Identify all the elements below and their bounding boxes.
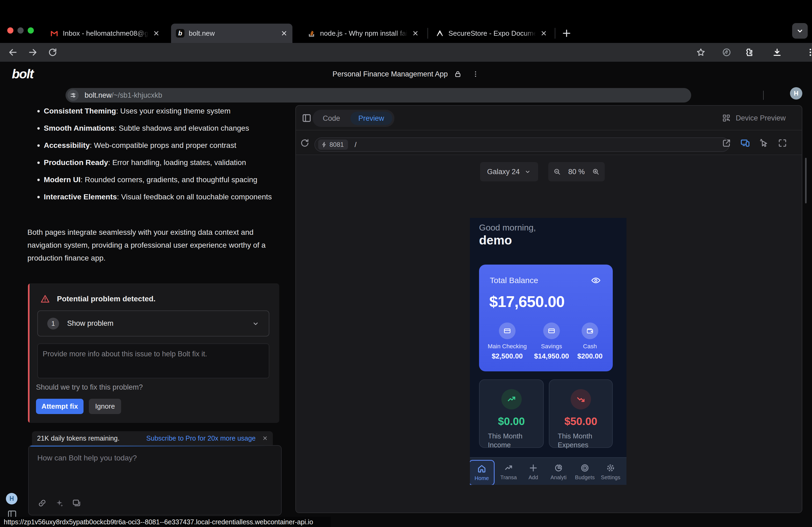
port-badge[interactable]: 8081 — [318, 139, 348, 150]
device-toggle-icon[interactable] — [740, 138, 750, 148]
expenses-amount: $50.00 — [549, 416, 612, 427]
tab-bolt[interactable]: b bolt.new — [171, 24, 292, 43]
page-scrollbar[interactable] — [805, 158, 807, 204]
zoom-in-icon[interactable] — [592, 168, 600, 176]
user-avatar[interactable]: H — [6, 493, 17, 505]
device-preview-button[interactable]: Device Preview — [722, 106, 786, 131]
discussion-mode-icon[interactable] — [72, 498, 81, 508]
reload-icon[interactable] — [48, 47, 57, 57]
tab-search-button[interactable] — [792, 23, 808, 39]
show-problem-dropdown[interactable]: 1 Show problem — [37, 311, 269, 336]
account-name: Main Checking — [484, 343, 530, 350]
nav-transactions[interactable]: Transa — [496, 460, 521, 481]
income-amount: $0.00 — [480, 416, 543, 427]
attempt-fix-button[interactable]: Attempt fix — [36, 399, 84, 414]
account-cash[interactable]: Cash $200.00 — [567, 322, 613, 360]
error-accent-bar — [28, 283, 30, 423]
nav-analytics[interactable]: Analyti — [546, 460, 571, 481]
profile-avatar[interactable]: H — [790, 87, 802, 100]
browser-menu-icon[interactable] — [806, 47, 812, 57]
tokens-remaining-text: 21K daily tokens remaining. — [37, 434, 119, 442]
token-usage-bar: 21K daily tokens remaining. Subscribe to… — [32, 431, 273, 445]
nav-label: Budgets — [572, 475, 598, 481]
subscribe-pro-link[interactable]: Subscribe to Pro for 20x more usage — [146, 434, 256, 442]
total-balance-card: Total Balance $17,650.00 Main Checking $… — [479, 265, 613, 371]
preview-panel: Code Preview Device Preview 8081 / — [295, 105, 802, 513]
list-item: Smooth Animations: Subtle shadows and el… — [28, 122, 286, 135]
dismiss-token-banner-icon[interactable] — [262, 435, 268, 441]
refresh-preview-icon[interactable] — [300, 138, 310, 148]
inspector-cursor-icon[interactable] — [759, 138, 769, 148]
zoom-out-icon[interactable] — [553, 168, 561, 176]
address-bar[interactable]: bolt.new/~/sb1-khjucxkb — [66, 88, 691, 103]
trend-up-icon — [501, 389, 522, 409]
ignore-button[interactable]: Ignore — [89, 399, 121, 414]
close-window-button[interactable] — [7, 27, 13, 33]
adblocker-icon[interactable] — [722, 47, 731, 57]
new-tab-button[interactable] — [560, 27, 573, 40]
close-tab-icon[interactable] — [412, 30, 419, 37]
gradient-accent-line — [29, 446, 281, 447]
problem-detected-card: Potential problem detected. 1 Show probl… — [28, 283, 279, 423]
nav-settings[interactable]: Settings — [598, 460, 624, 481]
downloads-icon[interactable] — [772, 47, 782, 57]
close-tab-icon[interactable] — [280, 30, 288, 37]
assistant-paragraph: Both pages integrate seamlessly with you… — [27, 226, 282, 265]
zoom-control: 80 % — [548, 162, 605, 181]
problem-info-input[interactable] — [37, 344, 269, 378]
greeting-text: Good morning, — [479, 223, 536, 232]
preview-canvas: Galaxy 24 80 % Good morning, demo Total … — [296, 155, 802, 513]
tab-code[interactable]: Code — [315, 114, 348, 123]
preview-address-bar[interactable]: 8081 / — [315, 137, 729, 152]
nav-home[interactable]: Home — [470, 460, 495, 485]
feature-bullet-list: Consistent Theming: Uses your existing t… — [28, 105, 286, 208]
open-in-new-tab-icon[interactable] — [722, 138, 731, 148]
list-item: Production Ready: Error handling, loadin… — [28, 156, 286, 169]
attach-link-icon[interactable] — [37, 498, 47, 508]
chat-input-box[interactable] — [28, 445, 282, 515]
balance-amount: $17,650.00 — [489, 292, 564, 311]
back-icon[interactable] — [8, 47, 18, 57]
close-tab-icon[interactable] — [540, 30, 547, 37]
close-tab-icon[interactable] — [153, 30, 160, 37]
fix-question: Should we try to fix this problem? — [36, 383, 143, 391]
url-domain: bolt.new — [85, 91, 112, 99]
chat-message-input[interactable] — [29, 447, 281, 490]
trend-down-icon — [570, 389, 591, 409]
list-item: Modern UI: Rounded corners, gradients, a… — [28, 174, 286, 186]
zoom-level: 80 % — [568, 168, 585, 176]
username-text: demo — [479, 233, 512, 247]
account-amount: $200.00 — [567, 352, 613, 360]
site-settings-icon[interactable] — [68, 90, 79, 101]
nav-add[interactable]: Add — [520, 460, 546, 481]
account-main-checking[interactable]: Main Checking $2,500.00 — [484, 322, 530, 360]
list-item: Consistent Theming: Uses your existing t… — [28, 105, 286, 118]
preview-url-row: 8081 / — [296, 131, 802, 155]
url-path: /~/sb1-khjucxkb — [112, 91, 162, 99]
list-item: Accessibility: Web-compatible props and … — [28, 139, 286, 152]
nav-label: Analyti — [546, 475, 571, 481]
project-menu-icon[interactable] — [472, 70, 480, 78]
bookmark-star-icon[interactable] — [696, 47, 706, 57]
forward-icon[interactable] — [28, 47, 38, 57]
nav-budgets[interactable]: Budgets — [572, 460, 598, 481]
enhance-prompt-sparkle-icon[interactable] — [55, 498, 64, 508]
bolt-header: bolt Personal Finance Management App Int… — [0, 62, 812, 86]
tab-title: SecureStore - Expo Documen — [448, 29, 536, 37]
chevron-down-icon — [251, 320, 260, 328]
tab-gmail[interactable]: Inbox - hellomatchme08@gm — [45, 24, 164, 43]
problem-title: Potential problem detected. — [40, 294, 156, 304]
private-lock-icon — [454, 70, 462, 78]
tab-preview[interactable]: Preview — [350, 111, 392, 125]
device-selector[interactable]: Galaxy 24 — [480, 162, 538, 181]
phone-preview: Good morning, demo Total Balance $17,650… — [470, 218, 626, 485]
fullscreen-icon[interactable] — [778, 138, 787, 148]
toggle-sidebar-icon[interactable] — [301, 113, 312, 123]
extensions-puzzle-icon[interactable] — [744, 47, 753, 57]
zoom-window-button[interactable] — [28, 27, 34, 33]
preview-path: / — [354, 140, 356, 149]
tab-expo-docs[interactable]: SecureStore - Expo Documen — [431, 24, 552, 43]
tab-stackoverflow[interactable]: node.js - Why npm install faile — [302, 24, 424, 43]
eye-icon[interactable] — [591, 275, 601, 286]
minimize-window-button[interactable] — [17, 27, 24, 33]
